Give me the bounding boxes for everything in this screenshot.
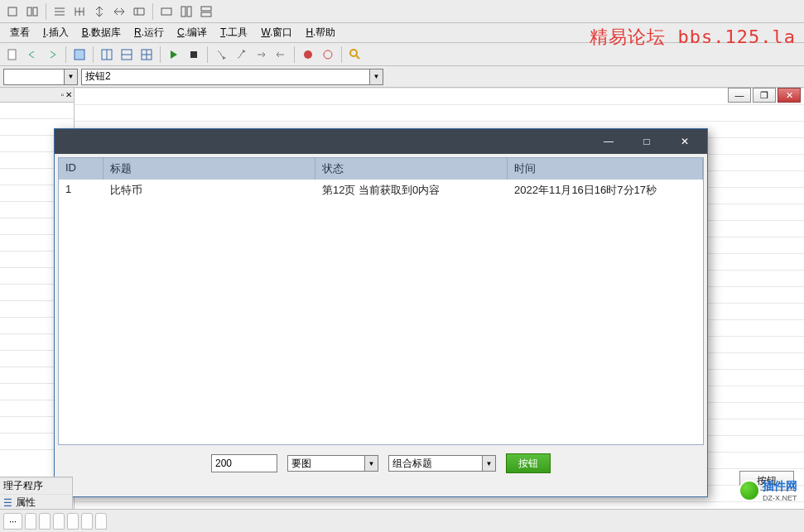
mdi-close-button[interactable]: ✕: [778, 88, 801, 103]
svg-point-21: [304, 50, 312, 59]
panel-close-icon[interactable]: ✕: [65, 90, 72, 99]
tb-icon-9[interactable]: [177, 2, 195, 21]
step-icon-3[interactable]: [252, 46, 270, 64]
panel-header: ▫ ✕: [0, 88, 74, 103]
status-tab[interactable]: [95, 513, 107, 530]
input-count-value: 200: [215, 458, 232, 469]
menu-compile[interactable]: C.编译: [171, 24, 214, 41]
form-icon[interactable]: [70, 46, 89, 64]
find-icon[interactable]: [346, 46, 364, 64]
header-id[interactable]: ID: [59, 158, 104, 180]
header-time[interactable]: 时间: [508, 158, 703, 180]
titlebar[interactable]: — □ ✕: [55, 129, 707, 154]
svg-rect-7: [201, 12, 211, 17]
run-button[interactable]: 按钮: [506, 453, 551, 473]
plugin-logo-icon: [739, 480, 760, 501]
menu-tool[interactable]: T.工具: [214, 24, 254, 41]
status-tab[interactable]: [67, 513, 79, 530]
dropdown-arrow-icon[interactable]: ▼: [64, 69, 77, 84]
tb-icon-3[interactable]: [51, 2, 69, 21]
tb-icon-6[interactable]: [110, 2, 128, 21]
menu-run[interactable]: R.运行: [128, 24, 171, 41]
table-row[interactable]: 1 比特币 第12页 当前获取到0内容 2022年11月16日16时7分17秒: [59, 180, 703, 202]
input-count[interactable]: 200: [211, 454, 277, 472]
svg-rect-1: [27, 7, 31, 16]
menu-database[interactable]: B.数据库: [75, 24, 128, 41]
svg-marker-17: [171, 50, 177, 59]
plugin-sub: DZ-X.NET: [763, 494, 797, 502]
bottom-row-2[interactable]: ☰ 属性: [0, 494, 72, 510]
window-minimize-button[interactable]: —: [593, 131, 624, 152]
combo-group[interactable]: 组合标题 ▼: [388, 455, 496, 472]
dropdown-arrow-icon[interactable]: ▼: [369, 69, 383, 84]
menu-window[interactable]: W.窗口: [254, 24, 299, 41]
tb-icon-1[interactable]: [3, 2, 22, 21]
undo-icon[interactable]: [23, 46, 41, 64]
svg-rect-18: [190, 51, 197, 58]
menu-help[interactable]: H.帮助: [299, 24, 342, 41]
svg-rect-8: [8, 50, 16, 60]
cell-status: 第12页 当前获取到0内容: [315, 180, 508, 201]
status-tab[interactable]: [81, 513, 93, 530]
panel-row[interactable]: [0, 103, 74, 119]
bp-icon-1[interactable]: [299, 46, 317, 64]
layout-icon-2[interactable]: [118, 46, 136, 64]
svg-rect-5: [187, 7, 191, 17]
step-icon-4[interactable]: [272, 46, 290, 64]
window-maximize-button[interactable]: □: [631, 131, 662, 152]
bottom-row-1[interactable]: 理子程序: [0, 477, 72, 494]
mdi-controls: — ❐ ✕: [728, 88, 801, 103]
svg-line-24: [356, 55, 359, 59]
svg-rect-6: [201, 7, 211, 11]
tb-icon-10[interactable]: [197, 2, 215, 21]
cell-id: 1: [59, 180, 104, 201]
mdi-restore-button[interactable]: ❐: [753, 88, 776, 103]
bottom-left-panel: 理子程序 ☰ 属性: [0, 477, 73, 510]
step-icon-2[interactable]: [232, 46, 250, 64]
cell-time: 2022年11月16日16时7分17秒: [508, 180, 703, 201]
mdi-minimize-button[interactable]: —: [728, 88, 751, 103]
toolbar-separator: [160, 46, 161, 63]
tb-icon-2[interactable]: [23, 2, 41, 21]
svg-point-22: [324, 50, 332, 59]
step-icon-1[interactable]: [212, 46, 230, 64]
panel-pin-icon[interactable]: ▫: [60, 90, 64, 99]
toolbar-separator: [46, 3, 46, 20]
stop-icon[interactable]: [185, 46, 203, 64]
dropdown-arrow-icon[interactable]: ▼: [364, 456, 378, 471]
status-tab[interactable]: [53, 513, 65, 530]
listview-header: ID 标题 状态 时间: [59, 158, 703, 180]
header-title[interactable]: 标题: [104, 158, 315, 180]
redo-icon[interactable]: [43, 46, 61, 64]
menu-view[interactable]: 查看: [3, 24, 36, 41]
svg-marker-19: [223, 56, 226, 60]
tb-icon-5[interactable]: [90, 2, 108, 21]
new-icon[interactable]: [3, 46, 22, 64]
layout-icon-3[interactable]: [137, 46, 156, 64]
listview[interactable]: ID 标题 状态 时间 1 比特币 第12页 当前获取到0内容 2022年11月…: [58, 157, 704, 445]
header-status[interactable]: 状态: [315, 158, 508, 180]
toolbar-separator: [93, 46, 94, 63]
listview-body: 1 比特币 第12页 当前获取到0内容 2022年11月16日16时7分17秒: [59, 180, 703, 444]
combo-row: ▼ 按钮2 ▼: [0, 66, 804, 88]
plugin-brand: 插件网: [763, 479, 797, 494]
layout-icon-1[interactable]: [98, 46, 116, 64]
combo-action-value: 要图: [288, 457, 364, 471]
window-close-button[interactable]: ✕: [669, 131, 700, 152]
combo-action[interactable]: 要图 ▼: [287, 455, 378, 472]
watermark-text: 精易论坛 bbs.125.la: [590, 25, 796, 50]
tb-icon-7[interactable]: [130, 2, 148, 21]
status-tab[interactable]: [25, 513, 36, 530]
dropdown-arrow-icon[interactable]: ▼: [482, 456, 495, 471]
tb-icon-8[interactable]: [157, 2, 176, 21]
status-tab[interactable]: ···: [3, 513, 22, 530]
bp-icon-2[interactable]: [319, 46, 337, 64]
play-icon[interactable]: [165, 46, 183, 64]
menu-insert[interactable]: I.插入: [36, 24, 75, 41]
svg-rect-4: [181, 7, 185, 17]
status-tab[interactable]: [39, 513, 51, 530]
combo-2-value: 按钮2: [82, 69, 369, 84]
combo-1[interactable]: ▼: [3, 69, 78, 85]
combo-2[interactable]: 按钮2 ▼: [81, 69, 383, 85]
tb-icon-4[interactable]: [70, 2, 89, 21]
